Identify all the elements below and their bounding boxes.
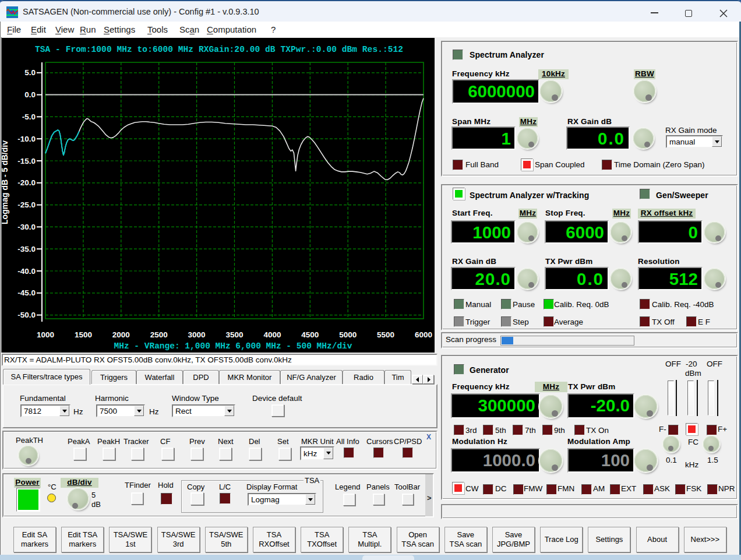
svg-text:5.0: 5.0 — [24, 68, 36, 77]
svg-text:-15.0: -15.0 — [17, 157, 36, 165]
svg-text:5500: 5500 — [377, 330, 394, 339]
svg-text:1500: 1500 — [75, 330, 92, 339]
svg-text:3500: 3500 — [225, 330, 243, 339]
svg-text:2500: 2500 — [150, 330, 168, 339]
svg-text:-5.0: -5.0 — [22, 112, 36, 121]
svg-text:-35.0: -35.0 — [17, 245, 36, 253]
svg-text:-10.0: -10.0 — [17, 135, 36, 143]
svg-text:-50.0: -50.0 — [17, 311, 36, 319]
svg-text:-20.0: -20.0 — [17, 178, 36, 187]
svg-text:5000: 5000 — [339, 330, 357, 339]
svg-text:3000: 3000 — [188, 330, 206, 339]
svg-text:-40.0: -40.0 — [17, 267, 36, 276]
svg-text:0.0: 0.0 — [24, 90, 36, 99]
svg-text:-30.0: -30.0 — [17, 223, 36, 231]
svg-text:MHz - VRange: 1,000 MHz 6,000: MHz - VRange: 1,000 MHz 6,000 MHz - 500 … — [114, 341, 352, 351]
svg-text:2000: 2000 — [112, 330, 130, 339]
svg-text:TSA - From:1000 MHz to:6000 MH: TSA - From:1000 MHz to:6000 MHz RXGain:2… — [35, 45, 403, 54]
svg-text:6000: 6000 — [415, 330, 432, 339]
svg-text:1000: 1000 — [37, 330, 54, 339]
svg-text:4500: 4500 — [301, 330, 319, 339]
svg-text:-45.0: -45.0 — [17, 288, 36, 297]
svg-text:4000: 4000 — [263, 330, 281, 339]
svg-text:-25.0: -25.0 — [17, 200, 36, 209]
svg-text:Logmag dB - 5 dB/div: Logmag dB - 5 dB/div — [2, 140, 9, 224]
